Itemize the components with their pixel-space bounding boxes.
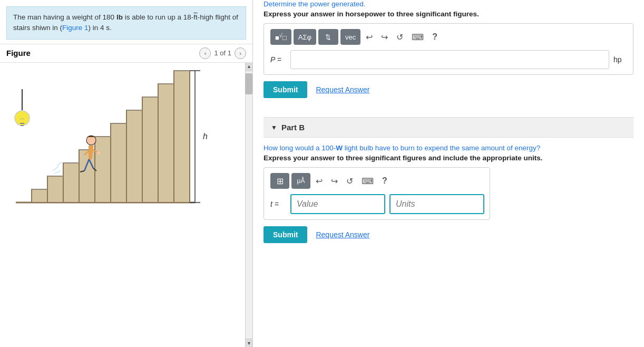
part-a-instruction: Express your answer in horsepower to thr… bbox=[264, 10, 633, 18]
part-a-unit: hp bbox=[613, 55, 627, 64]
keyboard-btn[interactable]: ⌨ bbox=[408, 30, 427, 44]
svg-text:h: h bbox=[203, 132, 208, 141]
part-a-action-row: Submit Request Answer bbox=[264, 81, 633, 98]
part-b-header: ▼ Part B bbox=[264, 117, 633, 138]
part-a-input-row: P = hp bbox=[270, 50, 627, 69]
right-panel: Determine the power generated. Express y… bbox=[253, 0, 644, 347]
figure-content: ▲ ▼ bbox=[0, 63, 252, 348]
updown-icon: ⇅ bbox=[325, 33, 331, 41]
part-a-question: Determine the power generated. bbox=[264, 0, 633, 8]
vec-tool-btn[interactable]: vec bbox=[340, 29, 360, 45]
scroll-up-arrow[interactable]: ▲ bbox=[246, 63, 253, 71]
units-tool-btn[interactable]: μÅ bbox=[291, 173, 310, 189]
greek-icon: ΑΣφ bbox=[298, 33, 311, 41]
part-b-content: How long would a 100-W light bulb have t… bbox=[264, 144, 633, 257]
redo-btn[interactable]: ↪ bbox=[378, 30, 391, 44]
svg-rect-6 bbox=[111, 123, 126, 203]
updown-tool-btn[interactable]: ⇅ bbox=[318, 29, 338, 45]
svg-rect-10 bbox=[174, 71, 190, 203]
figure-nav: ‹ 1 of 1 › bbox=[199, 47, 246, 59]
figure-count: 1 of 1 bbox=[214, 49, 231, 57]
greek-tool-btn[interactable]: ΑΣφ bbox=[294, 29, 316, 45]
part-a-toolbar: ■√□ ΑΣφ ⇅ vec ↩ ↪ ↺ ⌨ ? bbox=[270, 29, 627, 45]
help-btn[interactable]: ? bbox=[429, 30, 441, 44]
figure-link[interactable]: Figure 1 bbox=[62, 24, 89, 32]
math-icon: ■√□ bbox=[275, 32, 287, 42]
part-a-input[interactable] bbox=[290, 50, 609, 69]
part-b-input-row: t = bbox=[270, 194, 483, 214]
scroll-thumb[interactable] bbox=[245, 73, 252, 94]
svg-rect-8 bbox=[142, 97, 158, 203]
part-b-refresh-btn[interactable]: ↺ bbox=[343, 174, 356, 188]
svg-line-38 bbox=[57, 162, 62, 166]
part-a-section: Determine the power generated. Express y… bbox=[264, 0, 633, 112]
part-a-content: Determine the power generated. Express y… bbox=[264, 0, 633, 112]
part-b-instruction: Express your answer to three significant… bbox=[264, 154, 633, 162]
collapse-arrow-icon[interactable]: ▼ bbox=[271, 124, 277, 131]
part-b-action-row: Submit Request Answer bbox=[264, 226, 633, 243]
figure-header: Figure ‹ 1 of 1 › bbox=[0, 44, 252, 63]
part-b-label: Part B bbox=[281, 123, 305, 132]
part-a-request-answer-link[interactable]: Request Answer bbox=[316, 85, 369, 94]
scroll-down-arrow[interactable]: ▼ bbox=[246, 339, 253, 347]
vec-icon: vec bbox=[345, 33, 356, 41]
part-b-units-input[interactable] bbox=[389, 194, 484, 214]
problem-text: The man having a weight of 180 lb is abl… bbox=[6, 6, 246, 40]
staircase-illustration: h bbox=[0, 63, 221, 221]
svg-rect-5 bbox=[95, 137, 111, 203]
left-panel: The man having a weight of 180 lb is abl… bbox=[0, 0, 253, 347]
svg-rect-2 bbox=[47, 176, 63, 203]
part-b-value-input[interactable] bbox=[290, 194, 385, 214]
scrollbar[interactable]: ▲ ▼ bbox=[245, 63, 252, 348]
part-b-undo-btn[interactable]: ↩ bbox=[313, 174, 326, 188]
svg-rect-3 bbox=[63, 163, 79, 203]
svg-rect-7 bbox=[126, 110, 142, 203]
part-a-submit-button[interactable]: Submit bbox=[264, 81, 307, 98]
svg-line-40 bbox=[54, 171, 61, 174]
part-b-question: How long would a 100-W light bulb have t… bbox=[264, 144, 633, 152]
undo-btn[interactable]: ↩ bbox=[363, 30, 376, 44]
figure-prev-button[interactable]: ‹ bbox=[199, 47, 211, 59]
part-b-answer-box: ⊞ μÅ ↩ ↪ ↺ ⌨ ? t = bbox=[264, 167, 490, 220]
figure-title: Figure bbox=[6, 49, 199, 57]
part-a-input-label: P = bbox=[270, 55, 286, 64]
part-b-keyboard-btn[interactable]: ⌨ bbox=[358, 174, 377, 188]
part-b-redo-btn[interactable]: ↪ bbox=[328, 174, 341, 188]
refresh-btn[interactable]: ↺ bbox=[393, 30, 406, 44]
part-b-input-label: t = bbox=[270, 200, 286, 208]
svg-rect-9 bbox=[158, 84, 174, 203]
svg-rect-1 bbox=[32, 189, 47, 203]
svg-point-33 bbox=[97, 151, 100, 155]
part-b-section: ▼ Part B How long would a 100-W light bu… bbox=[264, 117, 633, 257]
math-tool-btn[interactable]: ■√□ bbox=[270, 29, 291, 45]
part-b-request-answer-link[interactable]: Request Answer bbox=[316, 230, 369, 239]
part-b-submit-button[interactable]: Submit bbox=[264, 226, 307, 243]
part-b-toolbar: ⊞ μÅ ↩ ↪ ↺ ⌨ ? bbox=[270, 173, 483, 189]
svg-line-39 bbox=[53, 166, 59, 171]
part-a-answer-box: ■√□ ΑΣφ ⇅ vec ↩ ↪ ↺ ⌨ ? bbox=[264, 23, 633, 75]
figure-next-button[interactable]: › bbox=[235, 47, 246, 59]
svg-rect-4 bbox=[79, 150, 95, 203]
part-b-help-btn[interactable]: ? bbox=[379, 174, 391, 188]
grid-tool-btn[interactable]: ⊞ bbox=[270, 173, 289, 189]
